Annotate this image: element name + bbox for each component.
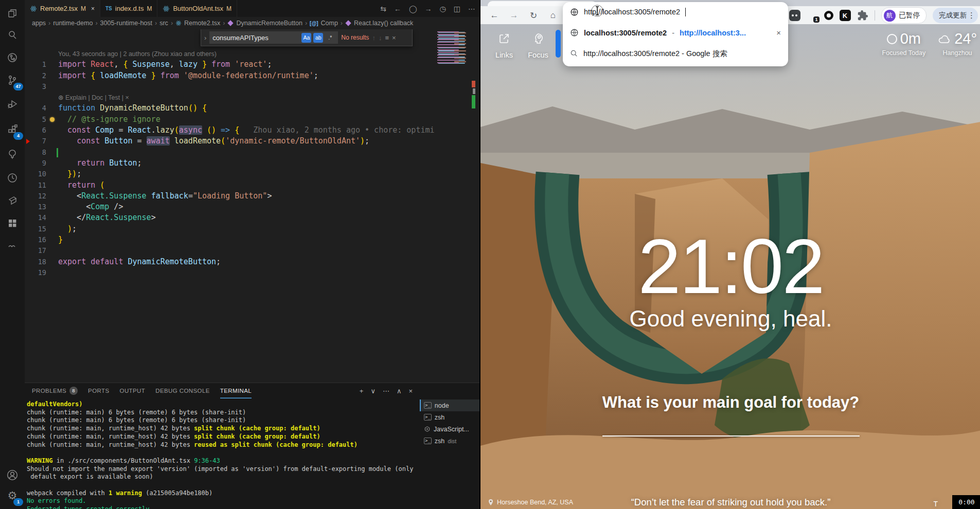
- terminal-output[interactable]: defaultVendors)chunk (runtime: main) 6 b…: [27, 401, 419, 509]
- breadcrumb-item[interactable]: Comp: [321, 20, 338, 27]
- tab-problems[interactable]: PROBLEMS8: [32, 383, 78, 398]
- breadcrumb-item[interactable]: apps: [32, 20, 46, 27]
- waves-icon[interactable]: [0, 235, 25, 256]
- ribbon-extension-icon[interactable]: [0, 190, 25, 211]
- breadcrumb: apps› runtime-demo› 3005-runtime-host› s…: [25, 17, 487, 29]
- links-label: Links: [489, 51, 520, 59]
- nav-back-icon[interactable]: ←: [394, 5, 401, 13]
- panel-maximize-icon[interactable]: ∧: [397, 387, 402, 395]
- forward-icon[interactable]: →: [507, 9, 521, 22]
- testing-icon[interactable]: [0, 144, 25, 165]
- minimap[interactable]: [437, 31, 476, 64]
- find-prev-icon[interactable]: ↑: [372, 34, 376, 42]
- terminal-line: defaultVendors): [27, 401, 419, 409]
- git-compare-icon[interactable]: ⇆: [380, 5, 386, 13]
- k-extension-icon[interactable]: K: [840, 10, 851, 21]
- tab-terminal[interactable]: TERMINAL: [220, 383, 252, 398]
- code-line: 18export default DynamicRemoteButton;: [25, 257, 435, 267]
- match-case-toggle[interactable]: Aa: [301, 33, 311, 43]
- globe-extension-icon[interactable]: 1: [807, 10, 818, 21]
- selection-indicator: [556, 30, 561, 58]
- url-suggestion-row[interactable]: localhost:3005/remote2 - http://localhos…: [563, 22, 788, 44]
- panel-actions: + ∨ ⋯ ∧ ×: [360, 383, 413, 398]
- tab-buttonoldant[interactable]: ButtonOldAnt.tsx M: [157, 0, 237, 17]
- overview-ruler-green-mark: [472, 95, 475, 108]
- find-close-icon[interactable]: ×: [392, 34, 396, 42]
- source-control-icon[interactable]: 47: [0, 70, 25, 90]
- breadcrumb-item[interactable]: DynamicRemoteButton: [236, 20, 302, 27]
- profile-chip[interactable]: 航 已暂停: [881, 7, 927, 24]
- dark-extension-icon[interactable]: [789, 10, 800, 21]
- browser-window: ← → ↻ ⌂ 1 K 航 已暂停 完成更新 ⋮: [479, 0, 980, 509]
- timeline-icon[interactable]: [0, 168, 25, 188]
- session-zsh-dist[interactable]: >_zshdist: [420, 435, 479, 447]
- codelens[interactable]: Explain | Doc | Test | ×: [25, 92, 435, 103]
- globe-icon: [570, 28, 579, 37]
- settings-gear-icon[interactable]: ⚙1: [0, 485, 25, 506]
- tab-output[interactable]: OUTPUT: [120, 383, 146, 398]
- breadcrumb-item[interactable]: src: [159, 20, 168, 27]
- tab-remote2[interactable]: Remote2.tsx M ×: [25, 0, 100, 17]
- ring-extension-icon[interactable]: [824, 11, 833, 20]
- tab-ports[interactable]: PORTS: [88, 383, 109, 398]
- terminal-dropdown-icon[interactable]: ∨: [370, 387, 376, 395]
- remove-suggestion-icon[interactable]: ×: [776, 28, 781, 37]
- code-lines[interactable]: You, 43 seconds ago | 2 authors (Zhou xi…: [25, 48, 435, 278]
- run-debug-icon[interactable]: [0, 94, 25, 114]
- breadcrumb-item[interactable]: Remote2.tsx: [184, 20, 220, 27]
- remote-explorer-icon[interactable]: [0, 47, 25, 68]
- new-tab-page: Links Focus 0m Focused Today 24° Hangzho…: [480, 24, 980, 509]
- lightbulb-icon[interactable]: [50, 117, 55, 122]
- code-line: 17: [25, 245, 435, 256]
- panel-close-icon[interactable]: ×: [408, 387, 413, 395]
- tab-indexdts[interactable]: TS index.d.ts M: [100, 0, 157, 17]
- new-terminal-icon[interactable]: +: [360, 387, 364, 395]
- browser-menu-icon[interactable]: ⋮: [968, 11, 975, 20]
- reload-icon[interactable]: ↻: [527, 9, 540, 22]
- whole-word-toggle[interactable]: ab: [313, 33, 323, 43]
- find-next-icon[interactable]: ↓: [379, 34, 382, 42]
- focus-ring-icon: [887, 34, 897, 44]
- session-node[interactable]: >_node: [420, 399, 479, 411]
- session-zsh[interactable]: >_zsh: [420, 411, 479, 423]
- update-label: 完成更新: [939, 11, 967, 20]
- more-actions-icon[interactable]: ⋯: [468, 5, 475, 13]
- breadcrumb-item[interactable]: runtime-demo: [53, 20, 93, 27]
- focused-value: 0m: [900, 30, 921, 47]
- home-icon[interactable]: ⌂: [546, 9, 560, 22]
- back-icon[interactable]: ←: [488, 9, 501, 22]
- nav-circle-icon[interactable]: ◯: [409, 5, 417, 13]
- weather-stat[interactable]: 24° Hangzhou: [938, 30, 977, 57]
- explorer-icon[interactable]: [0, 3, 25, 24]
- search-icon: [570, 49, 578, 58]
- account-icon[interactable]: [0, 465, 25, 485]
- extensions-icon[interactable]: 4: [0, 119, 25, 140]
- update-chip[interactable]: 完成更新 ⋮: [933, 8, 978, 23]
- find-expand-icon[interactable]: ›: [204, 34, 206, 42]
- grid-icon[interactable]: [0, 213, 25, 233]
- goal-input[interactable]: [602, 435, 860, 437]
- code-editor[interactable]: You, 43 seconds ago | 2 authors (Zhou xi…: [25, 29, 479, 383]
- regex-toggle[interactable]: .*: [325, 33, 335, 43]
- nav-forward-icon[interactable]: →: [425, 5, 432, 13]
- photo-location[interactable]: Horseshoe Bend, AZ, USA: [488, 499, 573, 506]
- focus-button[interactable]: Focus: [523, 32, 554, 59]
- tab-close-icon[interactable]: ×: [91, 5, 95, 12]
- session-js-debug[interactable]: JavaScript...: [420, 423, 479, 435]
- extensions-puzzle-icon[interactable]: [857, 10, 868, 21]
- breadcrumb-item[interactable]: 3005-runtime-host: [100, 20, 152, 27]
- panel-more-icon[interactable]: ⋯: [383, 387, 389, 395]
- breadcrumb-item[interactable]: React.lazy() callback: [354, 20, 413, 27]
- find-in-selection-icon[interactable]: ≡: [385, 34, 389, 42]
- search-icon[interactable]: [0, 25, 25, 45]
- timer-badge[interactable]: 0:00: [952, 495, 980, 509]
- search-suggestion-row[interactable]: http://localhost:3005/remote2 - Google 搜…: [563, 44, 788, 63]
- session-label: JavaScript...: [434, 426, 469, 433]
- split-editor-icon[interactable]: ◫: [454, 5, 460, 13]
- links-button[interactable]: Links: [489, 32, 520, 59]
- tab-debug-console[interactable]: DEBUG CONSOLE: [155, 383, 210, 398]
- find-input[interactable]: consumeAPITypes Aa ab .*: [209, 31, 338, 44]
- session-detail: dist: [448, 438, 456, 444]
- timeline-run-icon[interactable]: ◷: [440, 5, 446, 13]
- focused-today-stat[interactable]: 0m Focused Today: [882, 30, 926, 57]
